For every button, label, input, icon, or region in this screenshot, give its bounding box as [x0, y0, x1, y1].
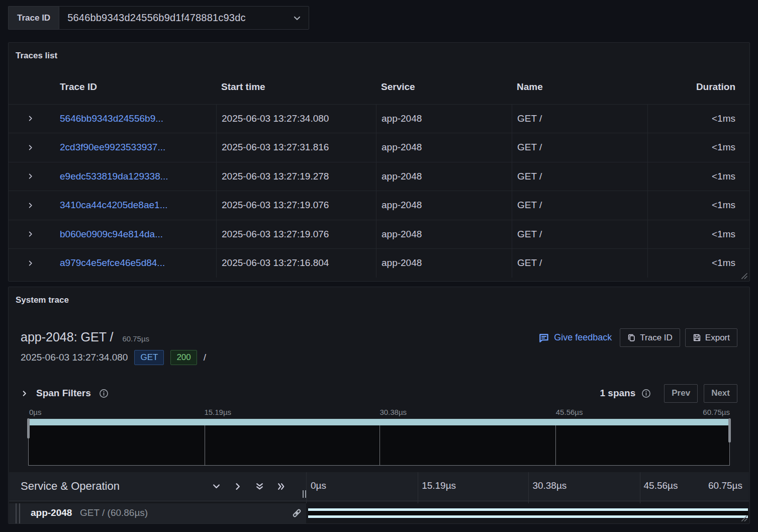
- span-filters-toggle[interactable]: Span Filters: [21, 388, 109, 399]
- collapse-all-icon[interactable]: [255, 482, 264, 491]
- give-feedback-label: Give feedback: [554, 332, 612, 343]
- give-feedback-link[interactable]: Give feedback: [538, 332, 612, 343]
- system-trace-panel-title[interactable]: System trace: [16, 295, 69, 305]
- row-expander-button[interactable]: [9, 104, 60, 133]
- row-expander-button[interactable]: [9, 220, 60, 249]
- info-icon[interactable]: [641, 389, 651, 398]
- expand-all-icon[interactable]: [276, 482, 286, 491]
- timeline-tick: 0µs: [311, 480, 326, 491]
- span-row-track: [306, 503, 749, 523]
- duration-cell: <1ms: [647, 162, 749, 191]
- span-count: 1 spans: [600, 388, 636, 399]
- export-button[interactable]: Export: [685, 328, 737, 347]
- trace-id-selected-value: 5646bb9343d24556b9d1f478881c93dc: [67, 12, 286, 24]
- trace-id-link[interactable]: a979c4e5efce46e5d84...: [60, 257, 165, 269]
- row-expander-button[interactable]: [9, 162, 60, 191]
- col-header-trace-id[interactable]: Trace ID: [60, 75, 216, 99]
- row-expander-button[interactable]: [9, 248, 60, 278]
- trace-id-link[interactable]: 5646bb9343d24556b9...: [60, 113, 163, 124]
- trace-id-link[interactable]: e9edc533819da129338...: [60, 171, 168, 182]
- traces-list-panel: Traces list Trace ID Start time Service …: [8, 42, 750, 282]
- start-time-cell: 2025-06-03 13:27:19.076: [216, 191, 376, 220]
- minimap-tick-labels: 0µs 15.19µs 30.38µs 45.56µs 60.75µs: [28, 408, 730, 418]
- span-row-label[interactable]: app-2048 GET / (60.86µs): [9, 503, 306, 523]
- service-cell: app-2048: [376, 104, 512, 133]
- trace-id-button[interactable]: Trace ID: [620, 328, 680, 347]
- expand-one-icon[interactable]: [233, 482, 243, 491]
- span-pager: 1 spans Prev Next: [600, 384, 738, 403]
- minimap-left-drag-handle[interactable]: [27, 418, 30, 438]
- col-header-start-time[interactable]: Start time: [216, 75, 376, 99]
- trace-id-picker[interactable]: Trace ID 5646bb9343d24556b9d1f478881c93d…: [8, 6, 309, 30]
- name-cell: GET /: [512, 248, 647, 278]
- status-code-badge: 200: [170, 350, 197, 365]
- name-cell: GET /: [512, 220, 647, 249]
- trace-id-link[interactable]: 3410ca44c4205de8ae1...: [60, 200, 167, 211]
- timeline-minimap[interactable]: [28, 419, 730, 466]
- name-cell: GET /: [512, 191, 647, 220]
- span-filters-row: Span Filters 1 spans Prev Next: [21, 383, 737, 404]
- duration-cell: <1ms: [647, 220, 749, 249]
- span-filters-label: Span Filters: [36, 388, 91, 399]
- timeline-tick: 45.56µs: [644, 480, 678, 491]
- service-cell: app-2048: [376, 248, 512, 278]
- col-header-expander: [9, 75, 60, 99]
- trace-actions: Give feedback Trace ID Export: [538, 328, 737, 347]
- table-row: e9edc533819da129338...: [60, 162, 216, 191]
- name-cell: GET /: [512, 162, 647, 191]
- trace-id-button-label: Trace ID: [640, 333, 673, 343]
- start-time-cell: 2025-06-03 13:27:31.816: [216, 133, 376, 162]
- table-row: b060e0909c94e814da...: [60, 220, 216, 249]
- span-tree-controls: [212, 482, 286, 491]
- trace-subheader: 2025-06-03 13:27:34.080 GET 200 /: [21, 350, 206, 365]
- copy-icon: [627, 333, 636, 342]
- traces-table: Trace ID Start time Service Name Duratio…: [9, 75, 749, 278]
- trace-duration: 60.75µs: [122, 334, 149, 343]
- method-badge: GET: [134, 350, 164, 365]
- column-resize-grip[interactable]: [303, 490, 306, 498]
- minimap-gridline: [380, 425, 380, 465]
- col-header-service[interactable]: Service: [376, 75, 512, 99]
- duration-cell: <1ms: [647, 104, 749, 133]
- minimap-tick: 0µs: [29, 408, 42, 416]
- link-icon[interactable]: [292, 508, 302, 518]
- minimap-tick: 60.75µs: [703, 408, 730, 416]
- span-service-name: app-2048: [31, 507, 72, 518]
- prev-span-button[interactable]: Prev: [664, 384, 698, 403]
- minimap-tick: 30.38µs: [380, 408, 407, 416]
- row-expander-button[interactable]: [9, 133, 60, 162]
- trace-header: app-2048: GET / 60.75µs: [21, 330, 149, 344]
- trace-id-link[interactable]: 2cd3f90ee9923533937...: [60, 142, 165, 153]
- next-span-button[interactable]: Next: [704, 384, 737, 403]
- indent-guide: [16, 503, 17, 523]
- col-header-name[interactable]: Name: [512, 75, 647, 99]
- traces-list-panel-title[interactable]: Traces list: [16, 51, 57, 61]
- comment-icon: [538, 332, 549, 343]
- minimap-right-drag-handle[interactable]: [728, 418, 731, 442]
- trace-id-select[interactable]: 5646bb9343d24556b9d1f478881c93dc: [59, 6, 309, 30]
- panel-resize-handle[interactable]: [740, 514, 748, 522]
- info-icon[interactable]: [99, 389, 109, 398]
- trace-path: /: [204, 352, 206, 363]
- trace-id-picker-label: Trace ID: [8, 6, 59, 30]
- collapse-one-icon[interactable]: [212, 482, 221, 491]
- minimap-tick: 45.56µs: [556, 408, 583, 416]
- table-row: 2cd3f90ee9923533937...: [60, 133, 216, 162]
- span-duration-bar[interactable]: [308, 508, 748, 518]
- service-operation-header: Service & Operation: [21, 480, 120, 493]
- minimap-gridline: [205, 425, 205, 465]
- span-operation-name: GET / (60.86µs): [80, 507, 148, 518]
- table-row: 3410ca44c4205de8ae1...: [60, 191, 216, 220]
- duration-cell: <1ms: [647, 191, 749, 220]
- trace-id-link[interactable]: b060e0909c94e814da...: [60, 229, 163, 240]
- col-header-duration[interactable]: Duration: [647, 75, 749, 99]
- name-cell: GET /: [512, 133, 647, 162]
- system-trace-panel: System trace app-2048: GET / 60.75µs 202…: [8, 287, 750, 524]
- panel-resize-handle[interactable]: [740, 272, 748, 280]
- row-expander-button[interactable]: [9, 191, 60, 220]
- service-cell: app-2048: [376, 191, 512, 220]
- start-time-cell: 2025-06-03 13:27:34.080: [216, 104, 376, 133]
- save-icon: [693, 333, 701, 342]
- start-time-cell: 2025-06-03 13:27:19.076: [216, 220, 376, 249]
- start-time-cell: 2025-06-03 13:27:19.278: [216, 162, 376, 191]
